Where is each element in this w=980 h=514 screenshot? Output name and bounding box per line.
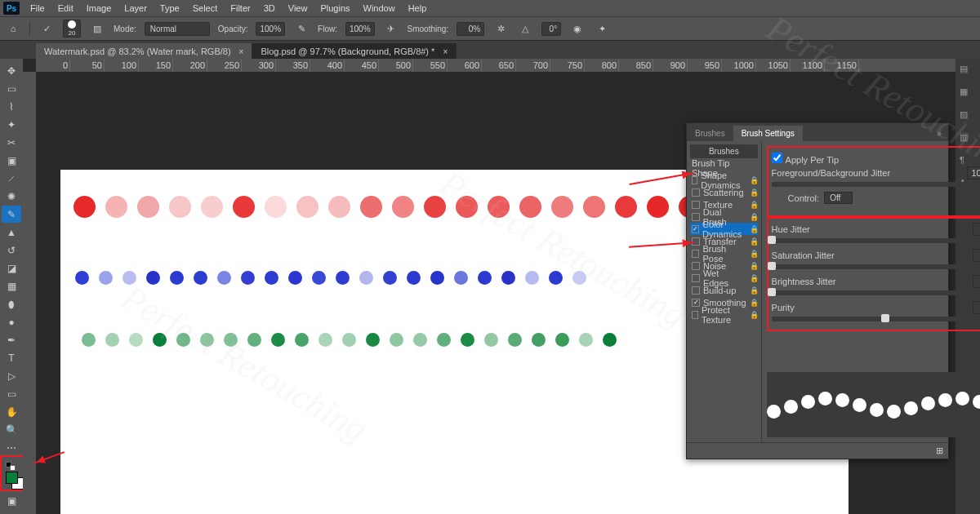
opacity-value[interactable]: 100% [256, 22, 285, 36]
checkbox-icon[interactable]: ✓ [692, 225, 699, 233]
shape-tool[interactable]: ▭ [2, 385, 21, 402]
zoom-tool[interactable]: 🔍 [2, 421, 21, 438]
menu-file[interactable]: File [24, 2, 51, 15]
tab-brushes[interactable]: Brushes [687, 126, 733, 141]
history-panel-icon[interactable]: ▨ [960, 109, 976, 124]
menu-3d[interactable]: 3D [258, 2, 281, 15]
lock-icon[interactable]: 🔒 [750, 237, 758, 246]
checkbox-icon[interactable] [692, 188, 700, 197]
blur-tool[interactable]: ⬮ [2, 295, 21, 312]
menu-plugins[interactable]: Plugins [314, 2, 355, 15]
menu-edit[interactable]: Edit [52, 2, 79, 15]
angle-value[interactable]: 0° [541, 22, 561, 36]
foreground-color[interactable] [6, 472, 18, 484]
hand-tool[interactable]: ✋ [2, 403, 21, 420]
screen-mode[interactable]: ▣ [2, 492, 21, 509]
brush-tool-icon[interactable]: ✓ [38, 21, 55, 36]
wand-tool[interactable]: ✦ [2, 116, 21, 133]
menu-filter[interactable]: Filter [225, 2, 256, 15]
close-icon[interactable]: × [443, 47, 448, 56]
checkbox-icon[interactable] [692, 213, 700, 221]
purity-slider[interactable] [772, 317, 980, 321]
color-panel-icon[interactable]: ▤ [960, 64, 976, 78]
fg-bg-jitter-value[interactable]: 100% [967, 166, 980, 179]
checkbox-icon[interactable] [692, 201, 700, 209]
lock-icon[interactable]: 🔒 [750, 299, 758, 307]
brush-option-build-up[interactable]: Build-up🔒 [690, 284, 758, 296]
pen-tool[interactable]: ✒ [2, 331, 21, 348]
symmetry-icon[interactable]: ✦ [594, 21, 610, 36]
menu-help[interactable]: Help [403, 2, 433, 15]
healing-tool[interactable]: ✺ [2, 188, 21, 205]
lock-icon[interactable]: 🔒 [750, 188, 758, 197]
type-tool[interactable]: T [2, 349, 21, 366]
lock-icon[interactable]: 🔒 [750, 286, 758, 295]
gradient-tool[interactable]: ▦ [2, 277, 21, 295]
lock-icon[interactable]: 🔒 [750, 213, 758, 221]
checkbox-icon[interactable]: ✓ [692, 299, 700, 307]
swap-colors-icon[interactable] [10, 465, 16, 471]
sat-jitter-value[interactable]: 0% [973, 249, 980, 262]
tab-brush-settings[interactable]: Brush Settings [733, 126, 803, 141]
lock-icon[interactable]: 🔒 [750, 201, 758, 209]
lock-icon[interactable]: 🔒 [750, 311, 758, 319]
marquee-tool[interactable]: ▭ [2, 80, 21, 97]
brush-preset-picker[interactable]: 20 [63, 20, 81, 38]
close-icon[interactable]: × [239, 47, 244, 56]
new-preset-icon[interactable]: ⊞ [936, 445, 943, 456]
purity-value[interactable]: 0% [973, 301, 980, 314]
smoothing-options-icon[interactable]: ✲ [492, 21, 509, 36]
apply-per-tip-checkbox[interactable] [772, 153, 782, 163]
eyedropper-tool[interactable]: ⟋ [2, 170, 21, 187]
brush-option-protect-texture[interactable]: Protect Texture🔒 [690, 308, 758, 321]
sat-jitter-slider[interactable] [772, 264, 980, 269]
blend-mode-select[interactable]: Normal [145, 22, 210, 36]
airbrush-icon[interactable]: ✈ [383, 21, 399, 36]
lock-icon[interactable]: 🔒 [750, 274, 758, 282]
lock-icon[interactable]: 🔒 [750, 176, 758, 184]
menu-view[interactable]: View [283, 2, 314, 15]
lock-icon[interactable]: 🔒 [750, 225, 758, 233]
brush-option-color-dynamics[interactable]: ✓Color Dynamics🔒 [690, 223, 758, 235]
home-icon[interactable]: ⌂ [5, 21, 21, 36]
menu-image[interactable]: Image [81, 2, 118, 15]
bri-jitter-slider[interactable] [772, 290, 980, 295]
pressure-size-icon[interactable]: ◉ [569, 21, 586, 36]
opacity-pressure-icon[interactable]: ✎ [293, 21, 310, 36]
brush-option-wet-edges[interactable]: Wet Edges🔒 [690, 272, 758, 284]
checkbox-icon[interactable] [692, 250, 699, 258]
brushes-button[interactable]: Brushes [690, 144, 758, 158]
history-brush-tool[interactable]: ↺ [2, 241, 21, 259]
lasso-tool[interactable]: ⌇ [2, 98, 21, 115]
hue-jitter-value[interactable]: 0% [973, 223, 980, 236]
path-tool[interactable]: ▷ [2, 367, 21, 384]
doc-tab-blog[interactable]: Blog.psd @ 97.7% (Background, RGB/8#) *× [252, 43, 457, 59]
bri-jitter-value[interactable]: 0% [973, 275, 980, 288]
checkbox-icon[interactable] [692, 311, 698, 319]
lock-icon[interactable]: 🔒 [750, 262, 758, 270]
stamp-tool[interactable]: ▲ [2, 224, 21, 241]
checkbox-icon[interactable] [692, 286, 700, 295]
brush-tool[interactable]: ✎ [2, 206, 21, 223]
dodge-tool[interactable]: ● [2, 313, 21, 330]
fg-bg-jitter-slider[interactable] [772, 182, 980, 187]
smoothing-value[interactable]: 0% [457, 22, 484, 36]
brush-option-brush-pose[interactable]: Brush Pose🔒 [690, 247, 758, 259]
doc-tab-watermark[interactable]: Watermark.psd @ 83.2% (Water mark, RGB/8… [36, 43, 252, 59]
menu-window[interactable]: Window [358, 2, 401, 15]
menu-layer[interactable]: Layer [118, 2, 153, 15]
more-tools[interactable]: ⋯ [2, 439, 21, 456]
menu-select[interactable]: Select [187, 2, 224, 15]
swatches-panel-icon[interactable]: ▦ [960, 86, 976, 101]
hue-jitter-slider[interactable] [772, 238, 980, 243]
frame-tool[interactable]: ▣ [2, 152, 21, 169]
brush-panel-toggle-icon[interactable]: ▨ [89, 21, 105, 36]
control-select[interactable]: Off [824, 192, 853, 204]
move-tool[interactable]: ✥ [2, 62, 21, 79]
checkbox-icon[interactable] [692, 274, 700, 282]
checkbox-icon[interactable] [692, 262, 700, 270]
eraser-tool[interactable]: ◪ [2, 259, 21, 277]
collapse-panel-icon[interactable]: » [930, 126, 948, 141]
flow-value[interactable]: 100% [345, 22, 375, 36]
crop-tool[interactable]: ✂ [2, 134, 21, 151]
